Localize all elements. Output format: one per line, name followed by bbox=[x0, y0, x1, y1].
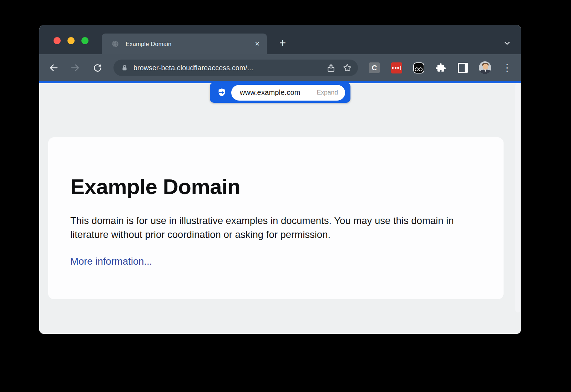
tab-example-domain[interactable]: Example Domain ✕ bbox=[102, 34, 267, 54]
globe-favicon-icon bbox=[111, 40, 120, 48]
back-button[interactable] bbox=[46, 60, 61, 76]
page-paragraph: This domain is for use in illustrative e… bbox=[70, 214, 481, 241]
reload-button[interactable] bbox=[90, 60, 105, 76]
close-window-button[interactable] bbox=[54, 37, 61, 44]
isolation-host-pill: www.example.com Expand bbox=[210, 82, 350, 103]
isolation-shield-icon bbox=[217, 88, 227, 97]
share-icon[interactable] bbox=[326, 63, 336, 73]
window-controls bbox=[54, 37, 89, 44]
lastpass-icon[interactable] bbox=[390, 62, 403, 74]
extension-c-icon[interactable]: C bbox=[368, 62, 380, 74]
fullscreen-window-button[interactable] bbox=[81, 37, 89, 44]
page-title: Example Domain bbox=[70, 174, 481, 199]
goggles-extension-icon[interactable] bbox=[413, 62, 425, 74]
url-text[interactable]: browser-beta.cloudflareaccess.com/... bbox=[133, 64, 323, 72]
profile-avatar[interactable] bbox=[479, 62, 491, 74]
new-tab-button[interactable]: + bbox=[274, 35, 291, 51]
content-card: Example Domain This domain is for use in… bbox=[48, 137, 504, 299]
address-bar[interactable]: browser-beta.cloudflareaccess.com/... bbox=[113, 60, 358, 76]
bookmark-star-icon[interactable] bbox=[342, 63, 352, 73]
browser-menu-kebab-icon[interactable]: ⋮ bbox=[501, 62, 513, 74]
browser-window: Example Domain ✕ + browser-beta.cloudfla… bbox=[39, 25, 521, 334]
more-information-link[interactable]: More information... bbox=[70, 256, 152, 267]
expand-button[interactable]: Expand bbox=[317, 89, 338, 96]
side-panel-icon[interactable] bbox=[457, 62, 469, 74]
chevron-down-icon[interactable] bbox=[502, 39, 512, 48]
lock-icon[interactable] bbox=[121, 64, 128, 72]
tab-strip: Example Domain ✕ + bbox=[39, 25, 521, 54]
isolated-hostname-pill[interactable]: www.example.com Expand bbox=[231, 85, 345, 101]
scrollbar[interactable] bbox=[515, 83, 520, 312]
tab-close-icon[interactable]: ✕ bbox=[253, 40, 261, 49]
extensions-row: C ⋮ bbox=[368, 62, 513, 74]
isolated-hostname: www.example.com bbox=[240, 88, 300, 97]
browser-toolbar: browser-beta.cloudflareaccess.com/... C bbox=[39, 54, 521, 81]
extensions-puzzle-icon[interactable] bbox=[435, 62, 447, 74]
forward-button[interactable] bbox=[67, 60, 83, 76]
page-viewport: www.example.com Expand Example Domain Th… bbox=[39, 83, 521, 334]
tab-title: Example Domain bbox=[126, 41, 253, 47]
minimize-window-button[interactable] bbox=[67, 37, 75, 44]
